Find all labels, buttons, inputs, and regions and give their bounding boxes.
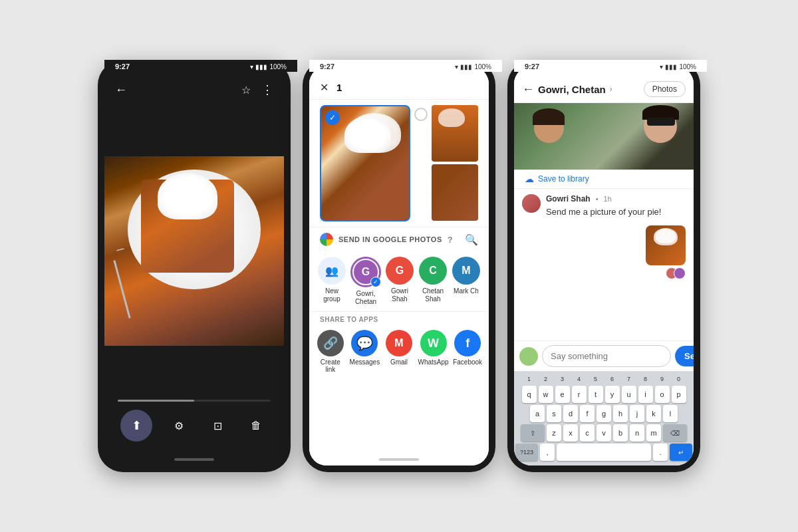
key-c[interactable]: c (580, 424, 595, 442)
backspace-key[interactable]: ⌫ (663, 424, 687, 442)
key-a[interactable]: a (530, 405, 545, 422)
key-y[interactable]: y (605, 386, 620, 403)
close-share-icon[interactable]: ✕ (320, 81, 329, 94)
back-chat-icon[interactable]: ← (522, 82, 534, 96)
cloud-upload-icon: ☁ (525, 174, 534, 184)
chetan-shah-avatar: C (419, 257, 447, 285)
app-create-link[interactable]: 🔗 Create link (315, 330, 346, 373)
read-avatar-2 (674, 267, 686, 279)
app-messages[interactable]: 💬 Messages (349, 330, 381, 366)
key-z[interactable]: z (547, 424, 561, 442)
crop-rotate-icon[interactable]: ⊡ (205, 414, 229, 438)
share-thumb-1 (432, 105, 478, 162)
app-facebook[interactable]: f Facebook (452, 330, 483, 366)
gowri-chetan-label: Gowri, Chetan (350, 290, 381, 306)
save-to-library-btn[interactable]: ☁ Save to library (514, 170, 694, 189)
message-input[interactable] (542, 345, 671, 367)
chetan-shah-label: Chetan Shah (418, 287, 448, 303)
favorite-icon[interactable]: ☆ (241, 84, 251, 96)
status-bar-3: 9:27 ▾ ▮▮▮ 100% (514, 66, 694, 72)
back-arrow-icon[interactable]: ← (115, 83, 127, 97)
tune-icon[interactable]: ⚙ (167, 414, 191, 438)
key-v[interactable]: v (597, 424, 611, 442)
keyboard-row-2: a s d f g h j k l (515, 405, 692, 422)
app-gmail[interactable]: M Gmail (383, 330, 415, 366)
selected-check: ✓ (325, 110, 340, 125)
key-w[interactable]: w (539, 386, 553, 403)
help-icon[interactable]: ? (448, 235, 453, 245)
contacts-row: 👥 New group G ✓ Gowri, Chetan (309, 251, 489, 311)
key-s[interactable]: s (547, 405, 561, 422)
pie-photo (104, 156, 284, 346)
key-j[interactable]: j (630, 405, 644, 422)
radio-button[interactable] (414, 108, 428, 121)
key-b[interactable]: b (613, 424, 628, 442)
share-fab-button[interactable]: ⬆ (120, 410, 152, 442)
key-r[interactable]: r (572, 386, 587, 403)
battery-label-3: 100% (679, 66, 694, 70)
num-key-2: 2 (539, 374, 553, 384)
share-side-images (432, 105, 478, 221)
key-i[interactable]: i (638, 386, 653, 403)
key-h[interactable]: h (613, 405, 628, 422)
key-k[interactable]: k (646, 405, 661, 422)
chat-banner-photo (514, 103, 694, 170)
status-bar-2: 9:27 ▾ ▮▮▮ 100% (309, 66, 489, 72)
key-u[interactable]: u (622, 386, 636, 403)
photo-viewer-content (104, 102, 284, 400)
contact-selected-badge: ✓ (370, 277, 381, 287)
facebook-icon: f (454, 330, 481, 356)
wifi-icon: ▾ (250, 66, 253, 70)
search-icon[interactable]: 🔍 (465, 233, 478, 246)
contact-gowri-chetan[interactable]: G ✓ Gowri, Chetan (350, 257, 381, 306)
contact-mark-ch[interactable]: M Mark Ch (452, 257, 481, 295)
number-hint-row: 1 2 3 4 5 6 7 8 9 0 (515, 374, 692, 384)
contact-new-group[interactable]: 👥 New group (317, 257, 346, 303)
key-d[interactable]: d (563, 405, 578, 422)
delete-icon[interactable]: 🗑 (244, 414, 268, 438)
share-icon: ⬆ (132, 418, 142, 433)
key-q[interactable]: q (522, 386, 537, 403)
shift-key[interactable]: ⇧ (521, 424, 545, 442)
key-x[interactable]: x (563, 424, 578, 442)
signal-icon: ▮▮▮ (255, 66, 267, 70)
gowri-shah-avatar: G (386, 257, 414, 285)
phones-container: 9:27 ▾ ▮▮▮ 100% ← ☆ ⋮ (0, 0, 798, 532)
app-whatsapp[interactable]: W WhatsApp (418, 330, 450, 366)
battery-label: 100% (269, 66, 284, 70)
message-gowri: Gowri Shah • 1h Send me a picture of you… (514, 189, 694, 223)
status-icons-2: ▾ ▮▮▮ 100% (455, 66, 489, 70)
num-key-7: 7 (622, 374, 636, 384)
key-l[interactable]: l (663, 405, 678, 422)
key-f[interactable]: f (580, 405, 595, 422)
status-icons-1: ▾ ▮▮▮ 100% (250, 66, 284, 70)
key-e[interactable]: e (555, 386, 570, 403)
wifi-icon-2: ▾ (455, 66, 458, 70)
comma-key[interactable]: , (540, 444, 555, 461)
space-key[interactable] (557, 444, 651, 461)
photo-viewer-bottom-toolbar: ⬆ ⚙ ⊡ 🗑 (104, 402, 284, 452)
gmail-icon: M (386, 330, 412, 356)
num-key-1: 1 (522, 374, 537, 384)
key-t[interactable]: t (589, 386, 603, 403)
key-m[interactable]: m (646, 424, 661, 442)
more-options-icon[interactable]: ⋮ (261, 82, 273, 97)
key-o[interactable]: o (655, 386, 670, 403)
num-key-4: 4 (572, 374, 587, 384)
chat-chevron-icon: › (610, 84, 612, 94)
create-link-label: Create link (315, 358, 346, 373)
key-g[interactable]: g (597, 405, 611, 422)
enter-key[interactable]: ↵ (670, 444, 692, 461)
send-in-gp-label: SEND IN GOOGLE PHOTOS ? (320, 233, 453, 246)
key-p[interactable]: p (672, 386, 686, 403)
photos-button[interactable]: Photos (644, 81, 686, 97)
phone-3: 9:27 ▾ ▮▮▮ 100% ← Gowri, Chetan › Photos (507, 60, 700, 472)
key-n[interactable]: n (630, 424, 644, 442)
contact-chetan-shah[interactable]: C Chetan Shah (418, 257, 448, 303)
num-key-6: 6 (605, 374, 620, 384)
symbols-key[interactable]: ?123 (515, 444, 538, 461)
period-key[interactable]: . (653, 444, 668, 461)
send-button[interactable]: Send (675, 346, 694, 366)
chat-messages: ☁ Save to library Gowri Shah • 1h Sen (514, 103, 694, 340)
contact-gowri-shah[interactable]: G Gowri Shah (385, 257, 414, 303)
